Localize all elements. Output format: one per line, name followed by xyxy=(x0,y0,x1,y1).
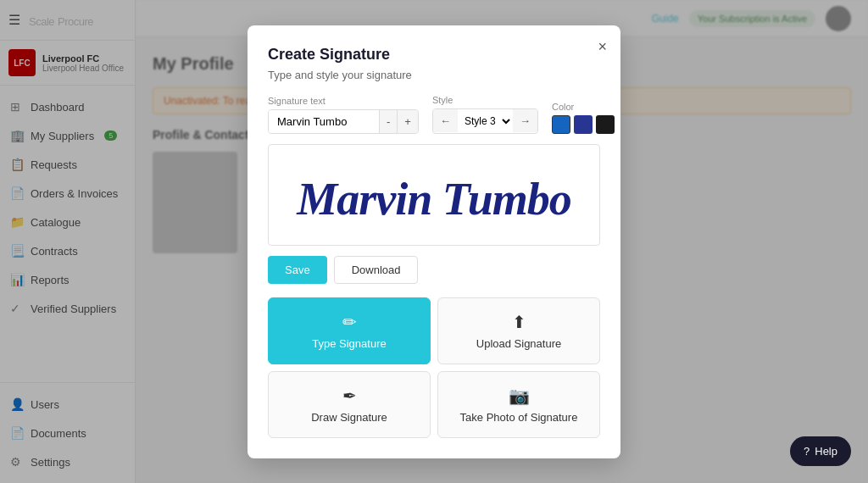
draw-signature-button[interactable]: ✒ Draw Signature xyxy=(268,371,431,438)
modal-subtitle: Type and style your signature xyxy=(268,69,600,81)
font-size-increase-button[interactable]: + xyxy=(397,110,418,133)
photo-signature-label: Take Photo of Signature xyxy=(460,411,578,424)
draw-signature-label: Draw Signature xyxy=(311,411,387,424)
type-signature-label: Type Signature xyxy=(312,337,386,350)
color-swatches xyxy=(552,115,615,134)
draw-signature-icon: ✒ xyxy=(342,386,357,406)
upload-signature-label: Upload Signature xyxy=(476,337,561,350)
upload-signature-icon: ⬆ xyxy=(512,312,526,332)
signature-preview: Marvin Tumbo xyxy=(268,144,600,246)
help-icon: ? xyxy=(804,445,810,458)
style-label: Style xyxy=(432,95,538,105)
signature-controls: Signature text - + Style ← Style 1 Style… xyxy=(268,95,600,134)
method-buttons: ✏ Type Signature ⬆ Upload Signature ✒ Dr… xyxy=(268,297,600,438)
style-next-button[interactable]: → xyxy=(513,109,537,132)
modal-close-button[interactable]: × xyxy=(598,39,607,54)
style-select[interactable]: Style 1 Style 2 Style 3 Style 4 xyxy=(458,109,513,133)
color-swatch-darkblue[interactable] xyxy=(574,115,593,134)
signature-text-input[interactable] xyxy=(269,110,379,133)
style-prev-button[interactable]: ← xyxy=(433,109,458,132)
download-button[interactable]: Download xyxy=(334,256,419,284)
signature-svg: Marvin Tumbo xyxy=(273,148,595,242)
help-button[interactable]: ? Help xyxy=(790,436,851,466)
sig-text-label: Signature text xyxy=(268,96,419,106)
photo-signature-button[interactable]: 📷 Take Photo of Signature xyxy=(437,371,600,438)
color-control: Color xyxy=(552,102,615,134)
color-swatch-black[interactable] xyxy=(596,115,615,134)
sig-text-input-wrapper: - + xyxy=(268,109,419,134)
modal-overlay: Create Signature × Type and style your s… xyxy=(0,0,868,483)
style-control: Style ← Style 1 Style 2 Style 3 Style 4 … xyxy=(432,95,538,134)
modal-title: Create Signature xyxy=(268,46,600,64)
signature-preview-text: Marvin Tumbo xyxy=(296,174,571,225)
color-swatch-blue[interactable] xyxy=(552,115,570,134)
photo-signature-icon: 📷 xyxy=(509,386,530,406)
signature-text-control: Signature text - + xyxy=(268,96,419,134)
upload-signature-button[interactable]: ⬆ Upload Signature xyxy=(437,297,600,364)
type-signature-button[interactable]: ✏ Type Signature xyxy=(268,297,431,364)
create-signature-modal: Create Signature × Type and style your s… xyxy=(248,25,620,458)
modal-actions: Save Download xyxy=(268,256,600,284)
save-button[interactable]: Save xyxy=(268,256,327,284)
style-selector-wrapper: ← Style 1 Style 2 Style 3 Style 4 → xyxy=(432,108,538,134)
help-label: Help xyxy=(815,445,837,458)
type-signature-icon: ✏ xyxy=(342,312,357,332)
font-size-decrease-button[interactable]: - xyxy=(379,110,397,133)
color-label: Color xyxy=(552,102,615,112)
